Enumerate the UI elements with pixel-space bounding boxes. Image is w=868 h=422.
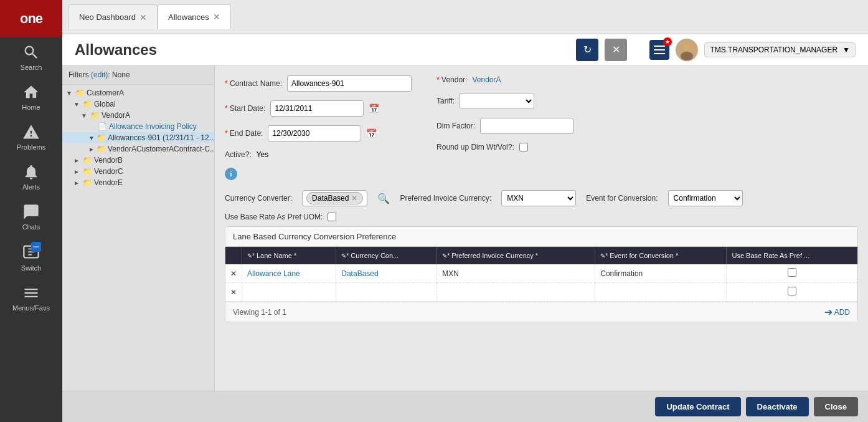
sidebar-item-switch[interactable]: Switch (0, 237, 62, 278)
header: Allowances ↻ ✕ ★ TMS.TRANSPORTATION_MANA… (62, 34, 868, 65)
cell-currency-2 (336, 283, 437, 302)
vendor-link[interactable]: VendorA (472, 75, 501, 84)
info-icon[interactable]: i (225, 168, 237, 180)
pref-invoice-label: Preferred Invoice Currency: (400, 194, 491, 203)
dropdown-chevron-icon: ▼ (842, 46, 850, 54)
round-up-checkbox[interactable] (519, 143, 528, 151)
end-date-input[interactable] (268, 125, 361, 141)
left-panel: Filters (edit): None ▼ 📁 CustomerA ▼ 📁 G… (62, 65, 215, 422)
svg-point-4 (681, 52, 693, 60)
col-header-lane: ✎* Lane Name * (242, 247, 336, 264)
active-label: Active?: (225, 150, 252, 159)
base-rate-row-1[interactable] (788, 268, 796, 277)
currency-tag-remove[interactable]: ✕ (351, 194, 357, 203)
currency-tag-databased: DataBased ✕ (306, 192, 363, 204)
event-select[interactable]: Confirmation (668, 190, 743, 206)
tree-item-allowances-901[interactable]: ▼ 📁 Allowances-901 (12/31/11 - 12... (62, 132, 214, 143)
menu-button[interactable]: ★ (649, 40, 669, 60)
cell-lane-1: Allowance Lane (242, 264, 336, 283)
row-delete-2[interactable]: ✕ (225, 283, 242, 302)
contract-name-input[interactable] (287, 75, 412, 92)
tariff-select[interactable] (460, 93, 534, 109)
vendor-row: Vendor: VendorA (436, 75, 654, 84)
close-action-button[interactable]: Close (814, 397, 858, 416)
lane-table-section: Lane Based Currency Conversion Preferenc… (225, 226, 858, 322)
dim-factor-label: Dim Factor: (436, 122, 475, 130)
svg-point-3 (683, 43, 691, 50)
tree-item-vendorA[interactable]: ▼ 📁 VendorA (62, 110, 214, 121)
chat-icon (22, 203, 40, 221)
main-area: Filters (edit): None ▼ 📁 CustomerA ▼ 📁 G… (62, 65, 868, 422)
close-button[interactable]: ✕ (605, 39, 627, 61)
right-panel: Contract Name: Start Date: 📅 End Date: 📅… (215, 65, 868, 422)
tree-item-vendorE[interactable]: ► 📁 VendorE (62, 177, 214, 188)
avatar (676, 39, 698, 61)
refresh-button[interactable]: ↻ (576, 39, 598, 61)
star-badge: ★ (663, 37, 672, 46)
username: TMS.TRANSPORTATION_MANAGER (710, 46, 837, 54)
sidebar-menus-label: Menus/Favs (12, 304, 50, 312)
tree-item-vendorB[interactable]: ► 📁 VendorB (62, 155, 214, 166)
tree-item-customerA[interactable]: ▼ 📁 CustomerA (62, 87, 214, 98)
round-up-row: Round up Dim Wt/Vol?: (436, 143, 654, 151)
pref-invoice-select[interactable]: MXN (501, 190, 576, 206)
update-contract-button[interactable]: Update Contract (655, 397, 740, 416)
sidebar-item-alerts[interactable]: Alerts (0, 157, 62, 197)
sidebar-item-problems[interactable]: Problems (0, 117, 62, 157)
currency-link-1[interactable]: DataBased (341, 269, 378, 278)
currency-converter-field[interactable]: DataBased ✕ (302, 190, 367, 206)
start-date-label: Start Date: (225, 104, 265, 113)
currency-row: Currency Converter: DataBased ✕ 🔍 Prefer… (225, 190, 858, 206)
active-row: Active?: Yes (225, 150, 412, 159)
col-header-delete (225, 247, 242, 264)
lane-link-1[interactable]: Allowance Lane (247, 269, 300, 278)
sidebar-item-search[interactable]: Search (0, 37, 62, 77)
base-rate-row-2[interactable] (788, 287, 796, 295)
cell-currency-1: DataBased (336, 264, 437, 283)
filters-label: Filters (68, 70, 89, 79)
menu-icon (22, 284, 40, 302)
currency-converter-label: Currency Converter: (225, 194, 292, 203)
sidebar-home-label: Home (22, 103, 40, 111)
table-title: Lane Based Currency Conversion Preferenc… (225, 227, 857, 247)
sidebar-item-menus[interactable]: Menus/Favs (0, 278, 62, 318)
viewing-label: Viewing 1-1 of 1 (233, 308, 286, 317)
tab-close-neo[interactable]: ✕ (139, 13, 147, 22)
sidebar-item-chats[interactable]: Chats (0, 197, 62, 237)
filters-edit-link[interactable]: (edit) (91, 70, 108, 79)
user-info[interactable]: TMS.TRANSPORTATION_MANAGER ▼ (704, 42, 856, 57)
tree-item-vendorA-contract[interactable]: ► 📁 VendorACustomerAContract-C... (62, 143, 214, 155)
dim-factor-row: Dim Factor: (436, 118, 654, 134)
base-rate-checkbox[interactable] (328, 213, 336, 221)
tree-item-vendorC[interactable]: ► 📁 VendorC (62, 166, 214, 177)
row-delete-1[interactable]: ✕ (225, 264, 242, 283)
filters-bar: Filters (edit): None (62, 65, 214, 85)
end-date-calendar-icon[interactable]: 📅 (366, 128, 377, 138)
col-header-currency: ✎* Currency Con... (336, 247, 437, 264)
currency-search-icon[interactable]: 🔍 (377, 193, 390, 204)
cell-pref-2 (437, 283, 595, 302)
sidebar: one Search Home Problems Alerts Chats Sw… (0, 0, 62, 422)
edit-icon-lane: ✎* (247, 252, 255, 259)
contract-name-label: Contract Name: (225, 79, 282, 88)
tree-item-allowance-invoicing[interactable]: ► 📄 Allowance Invoicing Policy (62, 121, 214, 132)
form-left-col: Contract Name: Start Date: 📅 End Date: 📅… (225, 75, 412, 185)
tab-close-allowances[interactable]: ✕ (213, 12, 220, 21)
add-button[interactable]: ➔ ADD (824, 306, 850, 318)
deactivate-button[interactable]: Deactivate (746, 397, 809, 416)
tab-neo-dashboard[interactable]: Neo Dashboard ✕ (68, 4, 158, 29)
bottom-bar: Update Contract Deactivate Close (62, 391, 868, 422)
tree-item-global[interactable]: ▼ 📁 Global (62, 98, 214, 110)
table-row: ✕ Allowance Lane DataBased MXN Confirmat… (225, 264, 857, 283)
start-date-input[interactable] (270, 100, 364, 117)
start-date-row: Start Date: 📅 (225, 100, 412, 117)
start-date-calendar-icon[interactable]: 📅 (369, 103, 379, 113)
sidebar-item-home[interactable]: Home (0, 77, 62, 117)
end-date-label: End Date: (225, 129, 263, 138)
edit-icon-pref: ✎* (442, 252, 450, 259)
cell-event-2 (595, 283, 727, 302)
round-up-label: Round up Dim Wt/Vol?: (436, 143, 514, 151)
cell-base-2 (727, 283, 857, 302)
tab-allowances[interactable]: Allowances ✕ (158, 4, 231, 29)
dim-factor-input[interactable] (480, 118, 573, 134)
